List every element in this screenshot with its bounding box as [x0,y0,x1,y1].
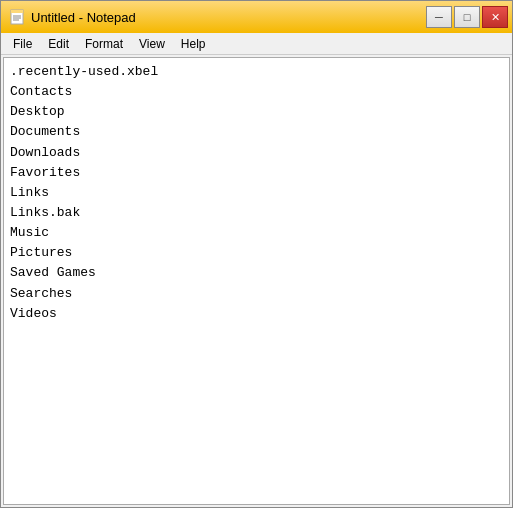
menu-item-format[interactable]: Format [77,34,131,54]
title-bar-left: Untitled - Notepad [9,9,136,25]
menu-item-help[interactable]: Help [173,34,214,54]
notepad-icon [9,9,25,25]
close-button[interactable]: ✕ [482,6,508,28]
svg-rect-1 [11,10,23,13]
menu-item-file[interactable]: File [5,34,40,54]
window: Untitled - Notepad ─ □ ✕ FileEditFormatV… [0,0,513,508]
menu-item-view[interactable]: View [131,34,173,54]
menu-item-edit[interactable]: Edit [40,34,77,54]
window-controls: ─ □ ✕ [426,6,508,28]
menu-bar: FileEditFormatViewHelp [1,33,512,55]
title-bar: Untitled - Notepad ─ □ ✕ [1,1,512,33]
window-title: Untitled - Notepad [31,10,136,25]
minimize-button[interactable]: ─ [426,6,452,28]
content-area [3,57,510,505]
text-editor[interactable] [4,58,509,504]
maximize-button[interactable]: □ [454,6,480,28]
